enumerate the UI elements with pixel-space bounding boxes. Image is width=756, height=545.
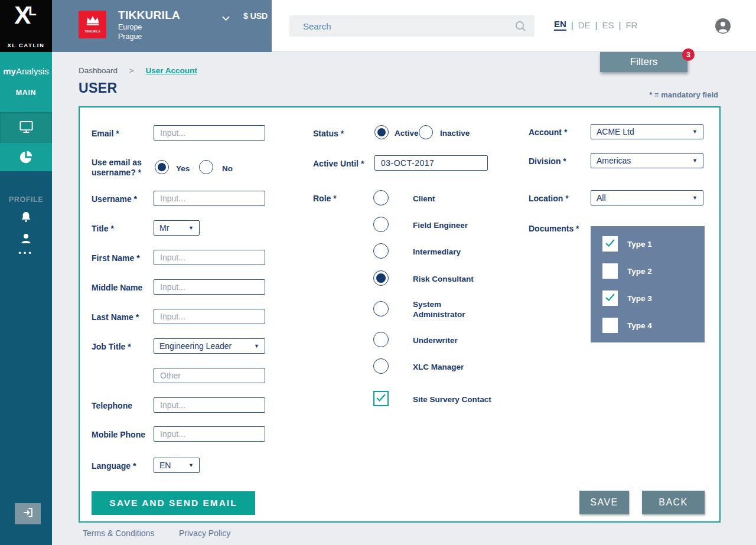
job-title-select[interactable]: Engineering Leader ▼: [154, 338, 265, 354]
last-name-field[interactable]: [154, 309, 265, 324]
middle-name-field[interactable]: [154, 279, 265, 295]
mobile-phone-field[interactable]: [154, 426, 265, 442]
first-name-field[interactable]: [154, 250, 265, 265]
location-select[interactable]: All ▼: [591, 190, 703, 205]
role-xlc-manager-label: XLC Manager: [413, 362, 464, 372]
privacy-link[interactable]: Privacy Policy: [179, 528, 230, 538]
site-survey-contact-label: Site Survery Contact: [413, 394, 491, 404]
chevron-down-icon[interactable]: [221, 13, 230, 24]
filters-count-badge: 3: [682, 48, 695, 61]
checkmark-icon: [604, 291, 617, 306]
dropdown-arrow-icon: ▼: [188, 462, 194, 468]
back-label: BACK: [659, 497, 688, 508]
sidebar: XL XL CATLIN myAnalysis MAIN PROFI: [0, 0, 52, 545]
xl-catlin-logo[interactable]: XL XL CATLIN: [0, 0, 52, 52]
role-system-administrator-radio[interactable]: [373, 301, 389, 316]
breadcrumb-user-account[interactable]: User Account: [145, 66, 197, 75]
company-region: Europe: [118, 23, 180, 31]
breadcrumb-dashboard[interactable]: Dashboard: [79, 66, 118, 75]
status-inactive-radio[interactable]: [419, 125, 433, 139]
search-icon[interactable]: [514, 19, 527, 35]
account-switcher[interactable]: TIKKURILA TIKKURILA Europe Prague $ USD: [52, 0, 272, 52]
role-field-engineer-radio[interactable]: [373, 217, 389, 232]
role-client-label: Client: [413, 194, 435, 204]
user-avatar[interactable]: [715, 18, 731, 34]
role-risk-consultant-radio[interactable]: [373, 270, 389, 286]
language-value: EN: [159, 461, 171, 470]
xl-logo-icon: XL: [0, 1, 52, 30]
role-underwriter-label: Underwriter: [413, 335, 458, 345]
location-label: Location *: [529, 194, 569, 204]
xl-catlin-wordmark: XL CATLIN: [0, 42, 52, 48]
use-email-yes-radio[interactable]: [155, 160, 169, 174]
account-value: ACME Ltd: [597, 127, 634, 136]
search-box: [289, 15, 535, 37]
site-survey-contact-checkbox[interactable]: [373, 391, 389, 406]
documents-type2-checkbox[interactable]: [602, 263, 618, 279]
save-and-send-email-button[interactable]: SAVE AND SEND EMAIL: [92, 491, 255, 515]
active-until-field[interactable]: [374, 155, 488, 171]
middle-name-label: Middle Name: [92, 283, 142, 293]
crown-icon: [84, 15, 101, 28]
save-label: SAVE: [590, 497, 618, 508]
lang-de[interactable]: DE: [578, 20, 591, 30]
sidebar-item-analytics[interactable]: [0, 143, 52, 174]
job-title-value: Engineering Leader: [159, 341, 232, 351]
status-active-radio[interactable]: [374, 125, 389, 139]
documents-type2-label: Type 2: [627, 267, 652, 276]
checkmark-icon: [604, 236, 617, 252]
division-value: Americas: [597, 156, 631, 165]
title-select[interactable]: Mr ▼: [154, 220, 200, 236]
lang-fr[interactable]: FR: [625, 20, 637, 30]
documents-type1-checkbox[interactable]: [602, 236, 618, 252]
logout-button[interactable]: [15, 503, 41, 524]
role-client-radio[interactable]: [373, 190, 389, 205]
language-switcher: EN | DE | ES | FR: [554, 19, 637, 31]
active-until-label: Active Until *: [313, 159, 364, 169]
sidebar-item-dashboard[interactable]: [0, 112, 52, 143]
status-label: Status *: [313, 129, 344, 139]
email-label: Email *: [92, 129, 119, 139]
role-label: Role *: [313, 194, 337, 204]
sidebar-main-section: myAnalysis MAIN: [0, 52, 52, 171]
lang-separator: |: [571, 20, 573, 30]
telephone-label: Telephone: [92, 401, 132, 411]
back-button[interactable]: BACK: [642, 491, 705, 514]
account-select[interactable]: ACME Ltd ▼: [591, 124, 703, 139]
first-name-label: First Name *: [92, 253, 140, 263]
save-button[interactable]: SAVE: [579, 491, 629, 514]
telephone-field[interactable]: [154, 397, 265, 413]
language-label: Language *: [92, 461, 136, 471]
sidebar-section-profile: PROFILE: [0, 195, 52, 204]
search-input[interactable]: [289, 15, 535, 37]
documents-type4-checkbox[interactable]: [602, 318, 618, 333]
documents-type3-checkbox[interactable]: [602, 291, 618, 306]
role-intermediary-radio[interactable]: [373, 243, 389, 259]
sidebar-section-main: MAIN: [0, 89, 52, 97]
pie-chart-icon: [18, 149, 34, 167]
top-bar: EN | DE | ES | FR: [272, 0, 756, 52]
status-inactive-label: Inactive: [440, 128, 470, 138]
user-form-panel: Email * Use email as username? * Yes No …: [79, 106, 721, 523]
documents-panel: Type 1 Type 2 Type 3 Type 4: [591, 226, 705, 342]
last-name-label: Last Name *: [92, 312, 139, 322]
mobile-phone-label: Mobile Phone: [92, 430, 145, 440]
lang-en[interactable]: EN: [554, 19, 566, 31]
lang-es[interactable]: ES: [602, 20, 614, 30]
terms-link[interactable]: Terms & Conditions: [83, 528, 154, 538]
use-email-no-radio[interactable]: [199, 160, 213, 174]
email-field[interactable]: [154, 125, 265, 141]
documents-type3-label: Type 3: [627, 294, 652, 303]
username-field[interactable]: [154, 191, 265, 206]
dropdown-arrow-icon: ▼: [692, 158, 698, 164]
dropdown-arrow-icon: ▼: [188, 225, 194, 231]
use-email-label: Use email as username? *: [92, 158, 152, 178]
role-underwriter-radio[interactable]: [373, 332, 389, 347]
division-select[interactable]: Americas ▼: [591, 153, 703, 168]
role-xlc-manager-radio[interactable]: [373, 358, 389, 374]
job-title-other-field[interactable]: [154, 368, 265, 383]
filters-button[interactable]: Filters 3: [600, 52, 687, 72]
currency-label[interactable]: $ USD: [243, 11, 268, 21]
language-select[interactable]: EN ▼: [154, 458, 200, 473]
sidebar-item-more[interactable]: •••: [0, 242, 52, 263]
